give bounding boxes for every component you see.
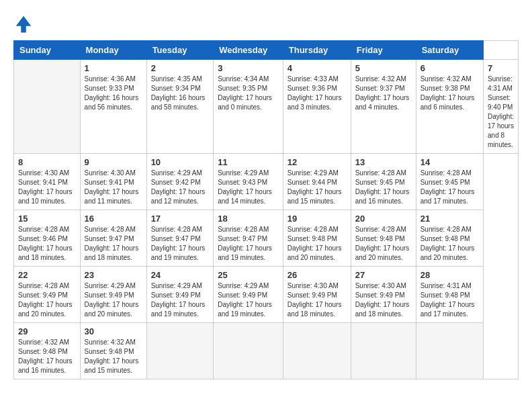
day-cell-15: 15Sunrise: 4:28 AMSunset: 9:46 PMDayligh… bbox=[14, 210, 81, 267]
day-number: 17 bbox=[151, 214, 210, 224]
day-info: Sunrise: 4:28 AMSunset: 9:48 PMDaylight:… bbox=[287, 225, 347, 263]
day-cell-30: 30Sunrise: 4:32 AMSunset: 9:48 PMDayligh… bbox=[80, 323, 146, 379]
day-number: 26 bbox=[287, 270, 347, 280]
day-cell-18: 18Sunrise: 4:28 AMSunset: 9:47 PMDayligh… bbox=[214, 210, 283, 267]
day-info: Sunrise: 4:35 AMSunset: 9:34 PMDaylight:… bbox=[151, 75, 210, 112]
day-cell-7: 7Sunrise: 4:31 AMSunset: 9:40 PMDaylight… bbox=[484, 60, 519, 154]
day-header-wednesday: Wednesday bbox=[214, 41, 283, 60]
day-number: 5 bbox=[355, 63, 412, 73]
svg-marker-0 bbox=[16, 16, 32, 33]
day-cell-22: 22Sunrise: 4:28 AMSunset: 9:49 PMDayligh… bbox=[14, 267, 81, 323]
day-info: Sunrise: 4:28 AMSunset: 9:47 PMDaylight:… bbox=[218, 225, 279, 263]
day-cell-26: 26Sunrise: 4:30 AMSunset: 9:49 PMDayligh… bbox=[283, 267, 351, 323]
day-cell-3: 3Sunrise: 4:34 AMSunset: 9:35 PMDaylight… bbox=[214, 60, 283, 154]
day-info: Sunrise: 4:28 AMSunset: 9:48 PMDaylight:… bbox=[355, 225, 412, 263]
week-row-4: 22Sunrise: 4:28 AMSunset: 9:49 PMDayligh… bbox=[14, 267, 519, 323]
empty-cell bbox=[351, 323, 416, 379]
day-number: 16 bbox=[85, 214, 142, 224]
logo bbox=[13, 13, 36, 34]
day-cell-13: 13Sunrise: 4:28 AMSunset: 9:45 PMDayligh… bbox=[351, 154, 416, 210]
day-info: Sunrise: 4:30 AMSunset: 9:41 PMDaylight:… bbox=[18, 169, 76, 206]
day-cell-14: 14Sunrise: 4:28 AMSunset: 9:45 PMDayligh… bbox=[416, 154, 483, 210]
day-number: 3 bbox=[218, 63, 279, 73]
day-cell-8: 8Sunrise: 4:30 AMSunset: 9:41 PMDaylight… bbox=[14, 154, 81, 210]
day-info: Sunrise: 4:31 AMSunset: 9:48 PMDaylight:… bbox=[420, 281, 479, 319]
empty-cell bbox=[146, 323, 214, 379]
day-header-friday: Friday bbox=[351, 41, 416, 60]
day-cell-5: 5Sunrise: 4:32 AMSunset: 9:37 PMDaylight… bbox=[351, 60, 416, 154]
day-info: Sunrise: 4:32 AMSunset: 9:48 PMDaylight:… bbox=[85, 338, 142, 375]
day-cell-24: 24Sunrise: 4:29 AMSunset: 9:49 PMDayligh… bbox=[146, 267, 214, 323]
page-header bbox=[13, 13, 519, 34]
day-info: Sunrise: 4:32 AMSunset: 9:48 PMDaylight:… bbox=[18, 338, 76, 375]
day-number: 15 bbox=[18, 214, 76, 224]
week-row-2: 8Sunrise: 4:30 AMSunset: 9:41 PMDaylight… bbox=[14, 154, 519, 210]
day-number: 4 bbox=[287, 63, 347, 73]
day-cell-9: 9Sunrise: 4:30 AMSunset: 9:41 PMDaylight… bbox=[80, 154, 146, 210]
day-cell-28: 28Sunrise: 4:31 AMSunset: 9:48 PMDayligh… bbox=[416, 267, 483, 323]
empty-cell bbox=[283, 323, 351, 379]
day-number: 7 bbox=[488, 63, 514, 73]
day-info: Sunrise: 4:29 AMSunset: 9:49 PMDaylight:… bbox=[85, 281, 142, 319]
day-number: 21 bbox=[420, 214, 479, 224]
day-info: Sunrise: 4:29 AMSunset: 9:44 PMDaylight:… bbox=[287, 169, 347, 206]
day-header-saturday: Saturday bbox=[416, 41, 483, 60]
empty-cell bbox=[214, 323, 283, 379]
day-info: Sunrise: 4:32 AMSunset: 9:37 PMDaylight:… bbox=[355, 75, 412, 112]
day-number: 9 bbox=[85, 157, 142, 167]
day-info: Sunrise: 4:30 AMSunset: 9:49 PMDaylight:… bbox=[355, 281, 412, 319]
day-number: 2 bbox=[151, 63, 210, 73]
day-info: Sunrise: 4:36 AMSunset: 9:33 PMDaylight:… bbox=[85, 75, 142, 112]
day-cell-23: 23Sunrise: 4:29 AMSunset: 9:49 PMDayligh… bbox=[80, 267, 146, 323]
day-info: Sunrise: 4:33 AMSunset: 9:36 PMDaylight:… bbox=[287, 75, 347, 112]
day-number: 10 bbox=[151, 157, 210, 167]
logo-icon bbox=[13, 13, 34, 34]
day-number: 24 bbox=[151, 270, 210, 280]
day-info: Sunrise: 4:28 AMSunset: 9:49 PMDaylight:… bbox=[18, 281, 76, 319]
day-cell-11: 11Sunrise: 4:29 AMSunset: 9:43 PMDayligh… bbox=[214, 154, 283, 210]
week-row-5: 29Sunrise: 4:32 AMSunset: 9:48 PMDayligh… bbox=[14, 323, 519, 379]
day-info: Sunrise: 4:29 AMSunset: 9:43 PMDaylight:… bbox=[218, 169, 279, 206]
day-number: 27 bbox=[355, 270, 412, 280]
day-info: Sunrise: 4:28 AMSunset: 9:47 PMDaylight:… bbox=[85, 225, 142, 263]
day-cell-25: 25Sunrise: 4:29 AMSunset: 9:49 PMDayligh… bbox=[214, 267, 283, 323]
day-cell-29: 29Sunrise: 4:32 AMSunset: 9:48 PMDayligh… bbox=[14, 323, 81, 379]
day-number: 1 bbox=[85, 63, 142, 73]
day-number: 19 bbox=[287, 214, 347, 224]
day-info: Sunrise: 4:28 AMSunset: 9:45 PMDaylight:… bbox=[355, 169, 412, 206]
day-info: Sunrise: 4:28 AMSunset: 9:46 PMDaylight:… bbox=[18, 225, 76, 263]
day-info: Sunrise: 4:32 AMSunset: 9:38 PMDaylight:… bbox=[420, 75, 479, 112]
day-info: Sunrise: 4:29 AMSunset: 9:42 PMDaylight:… bbox=[151, 169, 210, 206]
day-info: Sunrise: 4:29 AMSunset: 9:49 PMDaylight:… bbox=[151, 281, 210, 319]
day-cell-4: 4Sunrise: 4:33 AMSunset: 9:36 PMDaylight… bbox=[283, 60, 351, 154]
day-cell-10: 10Sunrise: 4:29 AMSunset: 9:42 PMDayligh… bbox=[146, 154, 214, 210]
calendar-table: SundayMondayTuesdayWednesdayThursdayFrid… bbox=[13, 40, 519, 379]
day-cell-21: 21Sunrise: 4:28 AMSunset: 9:48 PMDayligh… bbox=[416, 210, 483, 267]
day-number: 20 bbox=[355, 214, 412, 224]
day-cell-19: 19Sunrise: 4:28 AMSunset: 9:48 PMDayligh… bbox=[283, 210, 351, 267]
day-info: Sunrise: 4:28 AMSunset: 9:45 PMDaylight:… bbox=[420, 169, 479, 206]
day-number: 11 bbox=[218, 157, 279, 167]
day-cell-12: 12Sunrise: 4:29 AMSunset: 9:44 PMDayligh… bbox=[283, 154, 351, 210]
day-number: 6 bbox=[420, 63, 479, 73]
day-info: Sunrise: 4:28 AMSunset: 9:47 PMDaylight:… bbox=[151, 225, 210, 263]
week-row-3: 15Sunrise: 4:28 AMSunset: 9:46 PMDayligh… bbox=[14, 210, 519, 267]
day-cell-17: 17Sunrise: 4:28 AMSunset: 9:47 PMDayligh… bbox=[146, 210, 214, 267]
day-cell-6: 6Sunrise: 4:32 AMSunset: 9:38 PMDaylight… bbox=[416, 60, 483, 154]
day-cell-20: 20Sunrise: 4:28 AMSunset: 9:48 PMDayligh… bbox=[351, 210, 416, 267]
day-number: 25 bbox=[218, 270, 279, 280]
day-info: Sunrise: 4:28 AMSunset: 9:48 PMDaylight:… bbox=[420, 225, 479, 263]
day-number: 22 bbox=[18, 270, 76, 280]
day-number: 13 bbox=[355, 157, 412, 167]
day-number: 8 bbox=[18, 157, 76, 167]
day-cell-1: 1Sunrise: 4:36 AMSunset: 9:33 PMDaylight… bbox=[80, 60, 146, 154]
day-number: 28 bbox=[420, 270, 479, 280]
empty-cell bbox=[416, 323, 483, 379]
day-info: Sunrise: 4:29 AMSunset: 9:49 PMDaylight:… bbox=[218, 281, 279, 319]
day-header-tuesday: Tuesday bbox=[146, 41, 214, 60]
day-cell-2: 2Sunrise: 4:35 AMSunset: 9:34 PMDaylight… bbox=[146, 60, 214, 154]
day-info: Sunrise: 4:30 AMSunset: 9:49 PMDaylight:… bbox=[287, 281, 347, 319]
day-number: 12 bbox=[287, 157, 347, 167]
day-header-thursday: Thursday bbox=[283, 41, 351, 60]
day-info: Sunrise: 4:31 AMSunset: 9:40 PMDaylight:… bbox=[488, 75, 514, 150]
